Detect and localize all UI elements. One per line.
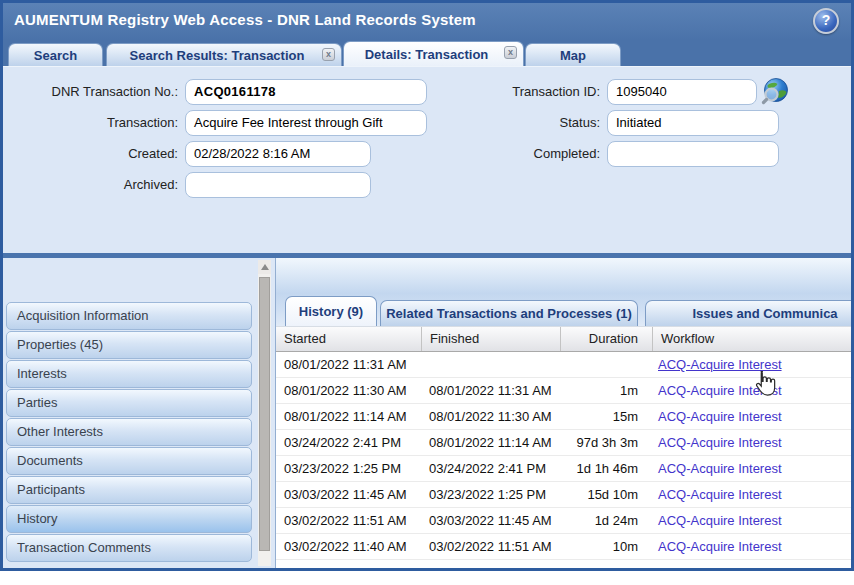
- table-row[interactable]: 03/24/2022 2:41 PM08/01/2022 11:14 AM97d…: [276, 430, 851, 456]
- workflow-link[interactable]: ACQ-Acquire Interest: [658, 461, 782, 476]
- form-label-created: Created:: [3, 141, 178, 167]
- cell-finished: 03/23/2022 1:25 PM: [421, 482, 560, 507]
- page-title: AUMENTUM Registry Web Access - DNR Land …: [14, 11, 476, 28]
- column-header-started[interactable]: Started: [276, 327, 421, 351]
- cell-workflow: ACQ-Acquire Interest: [652, 352, 851, 377]
- cell-duration: [560, 352, 652, 377]
- cell-started: 03/02/2022 11:40 AM: [276, 534, 421, 559]
- tab-close-icon[interactable]: x: [504, 46, 517, 59]
- app-window: AUMENTUM Registry Web Access - DNR Land …: [0, 0, 854, 571]
- table-row[interactable]: 03/23/2022 1:25 PM03/24/2022 2:41 PM1d 1…: [276, 456, 851, 482]
- detail-tab-strip: History (9)Related Transactions and Proc…: [276, 258, 851, 326]
- scrollbar-up-arrow-icon[interactable]: [258, 260, 271, 274]
- cell-started: 08/01/2022 11:14 AM: [276, 404, 421, 429]
- workflow-link[interactable]: ACQ-Acquire Interest: [658, 409, 782, 424]
- cell-workflow: ACQ-Acquire Interest: [652, 482, 851, 507]
- table-row[interactable]: 08/01/2022 11:31 AMACQ-Acquire Interest: [276, 352, 851, 378]
- table-row[interactable]: 03/02/2022 11:51 AM03/03/2022 11:45 AM1d…: [276, 508, 851, 534]
- history-table-header: StartedFinishedDurationWorkflow: [276, 326, 851, 352]
- sidebar-item-interests[interactable]: Interests: [6, 360, 252, 388]
- cell-finished: [421, 352, 560, 377]
- lower-section: Acquisition InformationProperties (45)In…: [3, 258, 851, 568]
- transaction-id-field[interactable]: 1095040: [607, 79, 757, 105]
- cell-workflow: ACQ-Acquire Interest: [652, 404, 851, 429]
- cell-started: 03/03/2022 11:45 AM: [276, 482, 421, 507]
- scrollbar-thumb[interactable]: [259, 277, 270, 551]
- tab-details-transaction[interactable]: Details: Transactionx: [343, 41, 524, 66]
- cell-finished: 03/03/2022 11:45 AM: [421, 508, 560, 533]
- globe-search-icon[interactable]: [761, 77, 790, 106]
- form-label-completed: Completed:: [433, 141, 600, 167]
- tab-label: Issues and Communica: [692, 306, 837, 321]
- cell-finished: 03/02/2022 11:51 AM: [421, 534, 560, 559]
- tab-search-results-transaction[interactable]: Search Results: Transactionx: [106, 43, 342, 66]
- cell-duration: 97d 3h 3m: [560, 430, 652, 455]
- cell-duration: 1d 24m: [560, 508, 652, 533]
- cell-finished: 08/01/2022 11:30 AM: [421, 404, 560, 429]
- cell-started: 08/01/2022 11:30 AM: [276, 378, 421, 403]
- cell-started: 08/01/2022 11:31 AM: [276, 352, 421, 377]
- detail-tab-history-9[interactable]: History (9): [285, 296, 377, 326]
- help-icon[interactable]: ?: [813, 8, 839, 34]
- sidebar-item-history[interactable]: History: [6, 505, 252, 533]
- sidebar-item-transaction-comments[interactable]: Transaction Comments: [6, 534, 252, 562]
- tab-label: History (9): [299, 304, 363, 319]
- detail-tab-related-transactions-and-processes-1[interactable]: Related Transactions and Processes (1): [380, 300, 638, 326]
- workflow-link[interactable]: ACQ-Acquire Interest: [658, 513, 782, 528]
- tab-map[interactable]: Map: [525, 43, 621, 66]
- cell-started: 03/24/2022 2:41 PM: [276, 430, 421, 455]
- title-bar: AUMENTUM Registry Web Access - DNR Land …: [3, 3, 851, 40]
- detail-tab-issues-and-communica[interactable]: Issues and Communica: [645, 300, 851, 326]
- cell-workflow: ACQ-Acquire Interest: [652, 508, 851, 533]
- form-label-transaction: Transaction:: [3, 110, 178, 136]
- tab-label: Search: [34, 48, 77, 63]
- workflow-link[interactable]: ACQ-Acquire Interest: [658, 539, 782, 554]
- completed-field[interactable]: [607, 141, 779, 167]
- cell-workflow: ACQ-Acquire Interest: [652, 378, 851, 403]
- tab-search[interactable]: Search: [8, 43, 103, 66]
- sidebar-item-acquisition-information[interactable]: Acquisition Information: [6, 302, 252, 330]
- transaction-field[interactable]: Acquire Fee Interest through Gift: [185, 110, 427, 136]
- cell-workflow: ACQ-Acquire Interest: [652, 430, 851, 455]
- sidebar-item-properties-45[interactable]: Properties (45): [6, 331, 252, 359]
- sidebar-item-documents[interactable]: Documents: [6, 447, 252, 475]
- tab-label: Map: [560, 48, 586, 63]
- column-header-finished[interactable]: Finished: [421, 327, 560, 351]
- table-row[interactable]: 08/01/2022 11:30 AM08/01/2022 11:31 AM1m…: [276, 378, 851, 404]
- form-label-dnr-transaction-no: DNR Transaction No.:: [3, 79, 178, 105]
- tab-label: Search Results: Transaction: [130, 48, 319, 63]
- cell-duration: 1d 1h 46m: [560, 456, 652, 481]
- table-row[interactable]: 08/01/2022 11:14 AM08/01/2022 11:30 AM15…: [276, 404, 851, 430]
- cell-workflow: ACQ-Acquire Interest: [652, 534, 851, 559]
- archived-field[interactable]: [185, 172, 371, 198]
- created-field[interactable]: 02/28/2022 8:16 AM: [185, 141, 371, 167]
- cell-started: 03/23/2022 1:25 PM: [276, 456, 421, 481]
- workflow-link[interactable]: ACQ-Acquire Interest: [658, 487, 782, 502]
- transaction-form: DNR Transaction No.:ACQ0161178Transactio…: [3, 66, 851, 254]
- cell-started: 03/02/2022 11:51 AM: [276, 508, 421, 533]
- table-row[interactable]: 03/03/2022 11:45 AM03/23/2022 1:25 PM15d…: [276, 482, 851, 508]
- workflow-link[interactable]: ACQ-Acquire Interest: [658, 357, 782, 372]
- sidebar-item-other-interests[interactable]: Other Interests: [6, 418, 252, 446]
- workflow-link[interactable]: ACQ-Acquire Interest: [658, 383, 782, 398]
- cell-duration: 1m: [560, 378, 652, 403]
- cell-finished: 08/01/2022 11:14 AM: [421, 430, 560, 455]
- workflow-link[interactable]: ACQ-Acquire Interest: [658, 435, 782, 450]
- cell-finished: 03/24/2022 2:41 PM: [421, 456, 560, 481]
- form-label-transaction-id: Transaction ID:: [433, 79, 600, 105]
- dnr-transaction-no-field[interactable]: ACQ0161178: [185, 79, 427, 105]
- detail-panel: History (9)Related Transactions and Proc…: [275, 258, 851, 568]
- cell-duration: 15d 10m: [560, 482, 652, 507]
- cell-duration: 15m: [560, 404, 652, 429]
- sidebar-item-parties[interactable]: Parties: [6, 389, 252, 417]
- tab-close-icon[interactable]: x: [322, 48, 335, 61]
- sidebar-scrollbar[interactable]: [258, 260, 271, 566]
- column-header-duration[interactable]: Duration: [560, 327, 652, 351]
- column-header-workflow[interactable]: Workflow: [652, 327, 851, 351]
- tab-label: Details: Transaction: [365, 47, 503, 62]
- sidebar-item-participants[interactable]: Participants: [6, 476, 252, 504]
- cell-workflow: ACQ-Acquire Interest: [652, 456, 851, 481]
- status-field[interactable]: Initiated: [607, 110, 779, 136]
- tab-bar: SearchSearch Results: TransactionxDetail…: [3, 40, 851, 66]
- table-row[interactable]: 03/02/2022 11:40 AM03/02/2022 11:51 AM10…: [276, 534, 851, 560]
